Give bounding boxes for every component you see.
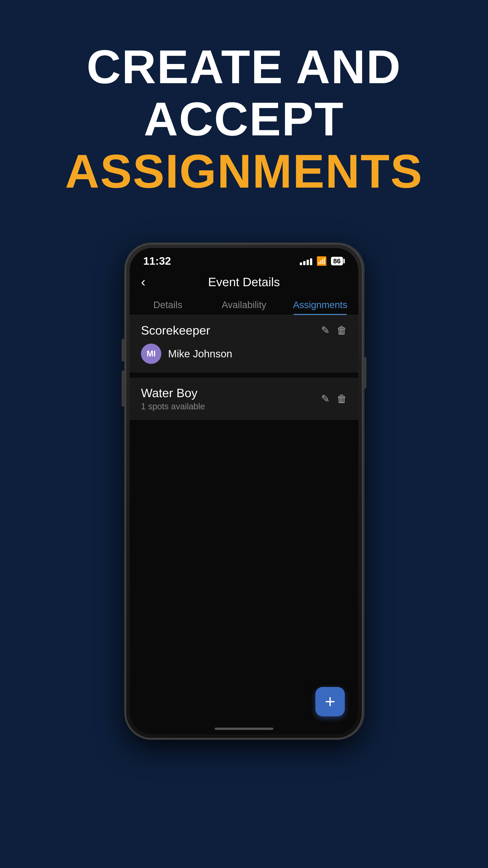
waterboy-title: Water Boy xyxy=(141,386,205,400)
tab-availability[interactable]: Availability xyxy=(206,294,282,315)
battery-container: 86 xyxy=(331,257,345,266)
mike-johnson-name: Mike Johnson xyxy=(168,348,232,360)
nav-title: Event Details xyxy=(159,275,329,289)
battery-tip xyxy=(344,259,345,264)
add-assignment-fab[interactable]: + xyxy=(315,687,345,716)
tab-assignments[interactable]: Assignments xyxy=(282,294,358,315)
waterboy-info: Water Boy 1 spots available xyxy=(141,386,205,411)
hero-section: CREATE AND ACCEPT ASSIGNMENTS xyxy=(0,41,488,197)
navigation-bar: ‹ Event Details xyxy=(130,270,358,294)
fab-plus-icon: + xyxy=(325,691,335,712)
tab-bar: Details Availability Assignments xyxy=(130,294,358,315)
signal-bar-1 xyxy=(300,262,302,265)
delete-scorekeeper-icon[interactable]: 🗑 xyxy=(337,324,347,336)
home-indicator xyxy=(215,727,273,730)
card-gap xyxy=(130,372,358,378)
power-button xyxy=(364,357,366,389)
assignment-card-scorekeeper: Scorekeeper ✎ 🗑 MI Mike Johnson xyxy=(130,315,358,372)
status-bar: 11:32 📶 86 xyxy=(130,248,358,270)
scorekeeper-title: Scorekeeper xyxy=(141,323,210,337)
phone-mockup: 11:32 📶 86 ‹ Event Detai xyxy=(124,243,364,740)
battery-percent: 86 xyxy=(333,257,341,265)
wifi-icon: 📶 xyxy=(316,256,327,266)
scorekeeper-actions: ✎ 🗑 xyxy=(321,324,347,336)
scorekeeper-person-row: MI Mike Johnson xyxy=(141,344,347,364)
signal-bar-3 xyxy=(306,260,309,265)
status-time: 11:32 xyxy=(143,255,171,267)
scorekeeper-header: Scorekeeper ✎ 🗑 xyxy=(141,323,347,337)
tab-details[interactable]: Details xyxy=(130,294,206,315)
signal-bar-4 xyxy=(310,258,312,265)
content-area: Scorekeeper ✎ 🗑 MI Mike Johnson xyxy=(130,315,358,735)
status-icons: 📶 86 xyxy=(300,256,345,266)
hero-line2: ASSIGNMENTS xyxy=(0,145,488,197)
volume-up-button xyxy=(122,339,124,362)
phone-screen: 11:32 📶 86 ‹ Event Detai xyxy=(130,248,358,735)
edit-scorekeeper-icon[interactable]: ✎ xyxy=(321,324,330,336)
battery-indicator: 86 xyxy=(331,257,343,266)
waterboy-actions: ✎ 🗑 xyxy=(321,393,347,405)
waterboy-spots: 1 spots available xyxy=(141,402,205,411)
mike-johnson-avatar: MI xyxy=(141,344,161,364)
signal-bars-icon xyxy=(300,257,312,265)
volume-down-button xyxy=(122,370,124,407)
signal-bar-2 xyxy=(303,261,305,265)
back-button[interactable]: ‹ xyxy=(141,274,159,289)
waterboy-header: Water Boy 1 spots available ✎ 🗑 xyxy=(141,386,347,411)
assignment-card-waterboy: Water Boy 1 spots available ✎ 🗑 xyxy=(130,378,358,420)
avatar-initials: MI xyxy=(147,349,156,359)
hero-line1: CREATE AND ACCEPT xyxy=(0,41,488,145)
edit-waterboy-icon[interactable]: ✎ xyxy=(321,393,330,405)
delete-waterboy-icon[interactable]: 🗑 xyxy=(337,393,347,405)
